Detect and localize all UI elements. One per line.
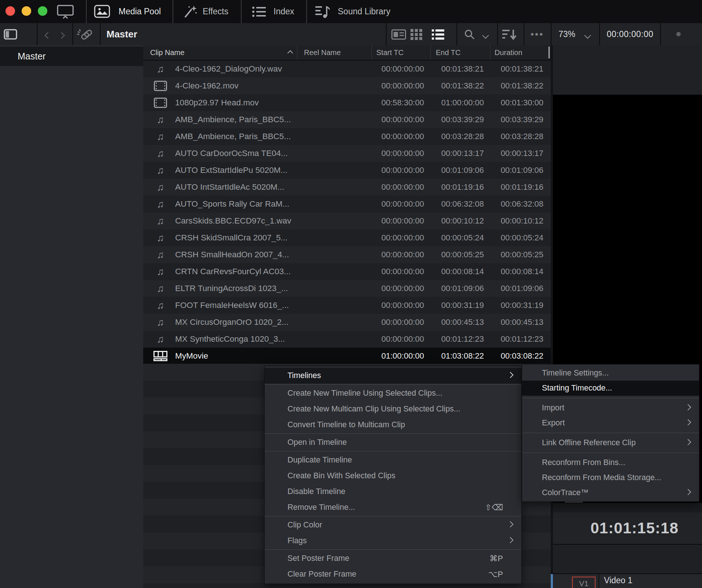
clip-name: FOOT FemaleHeelsW 6016_... [175,297,289,314]
column-header-start-tc[interactable]: Start TC [376,45,404,60]
clip-row[interactable]: ♫ [143,77,551,94]
menu-item[interactable]: Clear Poster Frame ⌥P [265,566,521,582]
clip-row[interactable]: ♫ [143,280,551,297]
clip-end-tc: 00:00:45:13 [430,314,484,331]
menu-item[interactable]: Create New Multicam Clip Using Selected … [265,401,521,417]
list-view-icon[interactable] [432,29,444,41]
scrollbar-thumb[interactable] [549,47,550,58]
clip-row[interactable]: ♫ [143,331,551,348]
menu-item[interactable] [265,516,521,516]
column-header-duration[interactable]: Duration [495,45,522,60]
zoom-window-button[interactable] [38,6,47,16]
timelines-submenu: Timeline Settings... Starting Timecode..… [522,364,699,502]
clip-reel [301,61,356,77]
clip-row[interactable]: ♫ [143,213,551,229]
submenu-item[interactable]: Timeline Settings... [522,366,699,381]
clip-row[interactable]: ♫ [143,196,551,213]
clip-row[interactable]: ♫ [143,94,551,111]
audio-clip-icon: ♫ [152,196,169,213]
menu-item[interactable]: Timelines [265,368,521,384]
clean-feed-monitor-icon[interactable] [57,5,74,20]
clip-start-tc: 00:00:00:00 [372,61,424,77]
menu-item-label: Timelines [287,371,321,380]
search-icon[interactable] [464,29,475,41]
submenu-item[interactable]: ColorTrace™ [522,485,699,500]
track-v1-badge[interactable]: V1 [572,577,596,588]
close-window-button[interactable] [6,6,15,16]
menu-item[interactable] [265,549,521,550]
column-header-reel-name[interactable]: Reel Name [304,45,341,60]
sidebar-item-master[interactable]: Master [0,47,143,66]
search-chevron-down-icon[interactable] [482,32,489,39]
submenu-item[interactable]: Import [522,400,699,415]
tab-media-pool[interactable]: Media Pool [119,0,161,23]
more-options-button[interactable]: ••• [531,23,544,45]
menu-item[interactable]: Create New Timeline Using Selected Clips… [265,385,521,401]
menu-item[interactable]: Disable Timeline [265,484,521,500]
clip-end-tc: 00:00:05:24 [430,229,484,246]
column-header-clip-name[interactable]: Clip Name [150,45,184,60]
submenu-item[interactable] [522,398,699,398]
minimize-window-button[interactable] [22,6,31,16]
clip-end-tc: 00:00:08:14 [430,263,484,280]
tab-index[interactable]: Index [274,0,294,23]
timelines-context-menu: Timelines Create New Timeline Using Sele… [264,366,522,584]
audio-clip-icon: ♫ [152,280,169,297]
menu-item-label: Open in Timeline [287,438,347,447]
menu-item[interactable] [265,433,521,434]
menu-item[interactable]: Flags [265,533,521,549]
menu-item[interactable] [265,451,521,451]
submenu-item[interactable]: Export [522,415,699,431]
audio-clip-icon: ♫ [152,246,169,263]
clip-duration: 00:01:09:06 [490,162,543,179]
unlink-bins-icon[interactable] [76,28,93,43]
clip-end-tc: 00:01:12:23 [430,331,484,348]
zoom-chevron-down-icon[interactable] [584,32,591,39]
menu-item[interactable] [265,384,521,385]
tab-sound-library[interactable]: Sound Library [338,0,390,23]
track-name[interactable]: Video 1 [604,576,633,585]
clip-name: AUTO_Sports Rally Car RaM... [175,196,289,213]
submenu-item[interactable]: Reconform From Bins... [522,455,699,470]
tab-effects[interactable]: Effects [203,0,228,23]
menu-item[interactable]: Clip Color [265,517,521,533]
clip-row[interactable]: ♫ [143,145,551,162]
menu-item[interactable]: Duplicate Timeline [265,452,521,468]
clip-duration: 00:00:05:25 [490,246,543,263]
clip-row[interactable]: ♫ [143,111,551,128]
menu-item[interactable]: Open in Timeline [265,435,521,450]
menu-item[interactable]: Set Poster Frame ⌘P [265,551,521,566]
clip-reel [301,162,356,179]
metadata-view-icon[interactable] [391,29,406,41]
title-bar: Media Pool Effects Index [0,0,702,23]
clip-row[interactable]: ♫ [143,246,551,263]
clip-row[interactable]: ♫ [143,128,551,145]
clip-row[interactable]: ♫ [143,61,551,77]
submenu-item[interactable] [522,433,699,433]
clip-row[interactable]: ♫ [143,263,551,280]
column-header-end-tc[interactable]: End TC [436,45,460,60]
clip-row[interactable]: ♫ [143,348,551,364]
submenu-item[interactable]: Reconform From Media Storage... [522,470,699,485]
menu-item[interactable]: Convert Timeline to Multicam Clip [265,417,521,433]
clip-end-tc: 00:01:09:06 [430,162,484,179]
clip-row[interactable]: ♫ [143,229,551,246]
thumbnail-view-icon[interactable] [410,29,422,41]
bin-panel-toggle-icon[interactable] [4,29,18,41]
forward-arrow-icon[interactable] [58,32,65,39]
submenu-item[interactable]: Link Offline Reference Clip [522,435,699,450]
back-arrow-icon[interactable] [44,32,51,39]
clip-row[interactable]: ♫ [143,179,551,196]
submenu-item[interactable]: Starting Timecode... [522,381,699,396]
menu-item[interactable]: Remove Timeline... ⇧⌫ [265,500,521,515]
clip-row[interactable]: ♫ [143,297,551,314]
sidebar-item-label: Master [0,51,46,61]
sort-order-icon[interactable] [502,29,518,41]
clip-row[interactable]: ♫ [143,162,551,179]
menu-item[interactable]: Create Bin With Selected Clips [265,468,521,484]
submenu-item[interactable] [522,453,699,453]
menu-item-label: Duplicate Timeline [287,455,352,464]
zoom-level[interactable]: 73% [558,23,575,45]
audio-clip-icon: ♫ [152,297,169,314]
clip-row[interactable]: ♫ [143,314,551,331]
